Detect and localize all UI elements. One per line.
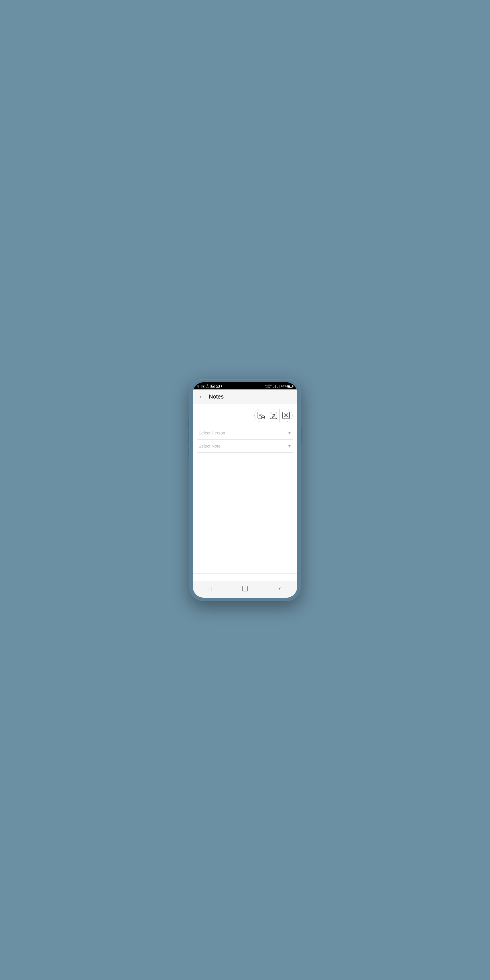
lte-label: Vo) LTE+LTE1 ↕ — [265, 384, 272, 388]
nav-bar: ||| ‹ — [193, 581, 297, 598]
svg-rect-20 — [242, 586, 248, 591]
content-divider — [193, 573, 297, 574]
select-person-dropdown[interactable]: Select Person ▼ — [197, 426, 293, 439]
gallery-icon — [210, 385, 215, 388]
page-title: Notes — [209, 393, 224, 400]
phone-device: 8:02 0 KB/s — [189, 379, 301, 601]
status-bar: 8:02 0 KB/s — [193, 382, 297, 390]
add-notepad-icon — [257, 412, 265, 419]
signal-bars-1 — [273, 385, 276, 388]
add-note-button[interactable] — [255, 409, 267, 422]
phone-screen: 8:02 0 KB/s — [193, 382, 297, 598]
select-person-arrow-icon: ▼ — [288, 431, 291, 435]
status-left: 8:02 0 KB/s — [197, 384, 222, 388]
back-button[interactable]: ← — [197, 393, 205, 401]
home-button[interactable] — [239, 584, 251, 593]
select-note-label: Select Note — [199, 444, 221, 449]
status-right: Vo) LTE+LTE1 ↕ 43% — [265, 384, 293, 388]
battery-fill — [288, 385, 290, 387]
select-note-arrow-icon: ▼ — [288, 444, 291, 449]
home-icon — [242, 585, 248, 592]
delete-x-icon — [282, 412, 290, 419]
select-note-dropdown[interactable]: Select Note ▼ — [197, 439, 293, 453]
status-kb: 0 KB/s — [206, 384, 209, 388]
svg-point-1 — [212, 385, 212, 386]
battery-icon — [288, 385, 293, 388]
select-person-label: Select Person — [199, 430, 225, 435]
svg-rect-2 — [210, 387, 215, 388]
back-nav-button[interactable]: ‹ — [274, 584, 286, 593]
notification-dot — [221, 385, 222, 387]
toolbar-row — [197, 409, 293, 422]
edit-pencil-icon — [270, 412, 277, 419]
app-screen: ← Notes — [193, 390, 297, 598]
signal-bars-2 — [277, 385, 280, 388]
content-spacer — [197, 453, 293, 573]
battery-percent: 43% — [281, 385, 286, 388]
app-bar: ← Notes — [193, 390, 297, 404]
recents-button[interactable]: ||| — [204, 584, 216, 593]
toolbar-group — [255, 409, 293, 422]
delete-button[interactable] — [280, 409, 292, 422]
email-icon — [216, 385, 220, 388]
recents-icon: ||| — [207, 586, 213, 592]
status-time: 8:02 — [197, 384, 205, 388]
content-area: Select Person ▼ Select Note ▼ — [193, 404, 297, 581]
svg-line-16 — [270, 412, 276, 418]
back-nav-icon: ‹ — [278, 585, 281, 592]
edit-button[interactable] — [267, 409, 280, 422]
